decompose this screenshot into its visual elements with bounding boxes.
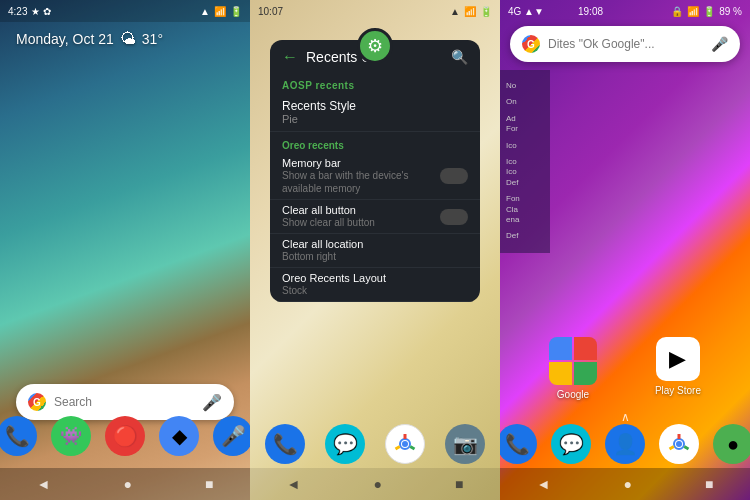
panel2-time: 10:07 <box>258 6 283 17</box>
recents-style-item[interactable]: Recents Style Pie <box>270 93 480 132</box>
panel1-time: 4:23 <box>8 6 27 17</box>
search-icon[interactable]: 🔍 <box>451 49 468 65</box>
g-yellow <box>549 362 572 385</box>
back-button2[interactable]: ◄ <box>287 476 301 492</box>
panel2-signal: ▲ <box>450 6 460 17</box>
svg-point-3 <box>676 441 682 447</box>
dock2-camera[interactable]: 📷 <box>445 424 485 464</box>
panel1-search-text: Search <box>54 395 194 409</box>
panel1-signal-icon: ▲ <box>200 6 210 17</box>
weather-icon: 🌤 <box>120 30 136 48</box>
recents-button3[interactable]: ■ <box>705 476 713 492</box>
panel1-notif-icons: ★ ✿ <box>31 6 51 17</box>
side-panel-no: No <box>504 78 546 94</box>
google-g-logo: G <box>522 35 540 53</box>
g-green <box>574 362 597 385</box>
panel1-status-right: ▲ 📶 🔋 <box>200 6 242 17</box>
google-cluster-icon <box>549 337 597 385</box>
panel3-dock: 📞 💬 👤 ● <box>500 424 750 464</box>
clear-all-toggle[interactable] <box>440 209 468 225</box>
panel3-battery-pct: 89 % <box>719 6 742 17</box>
gear-badge: ⚙ <box>357 28 393 64</box>
panel1-date: Monday, Oct 21 🌤 31° <box>16 30 163 48</box>
panel3-navbar: ◄ ● ■ <box>500 468 750 500</box>
recents-button2[interactable]: ■ <box>455 476 463 492</box>
dock3-dot[interactable]: ● <box>713 424 750 464</box>
side-panel-fon: FonClaena <box>504 191 546 228</box>
dock-phone[interactable]: 📞 <box>0 416 37 456</box>
dock-mic[interactable]: 🎤 <box>213 416 250 456</box>
home-button2[interactable]: ● <box>373 476 381 492</box>
panel1-wifi-icon: 📶 <box>214 6 226 17</box>
memory-bar-row[interactable]: Memory bar Show a bar with the device's … <box>270 153 480 200</box>
oreo-label: Oreo recents <box>270 132 480 153</box>
dock-contacts[interactable]: 👾 <box>51 416 91 456</box>
panel3-lock-icon: 🔒 <box>671 6 683 17</box>
side-panel-def: Def <box>504 228 546 244</box>
panel1-navbar: ◄ ● ■ <box>0 468 250 500</box>
g-red <box>574 337 597 360</box>
app-drawer-expand[interactable]: ∧ <box>621 410 630 424</box>
back-button[interactable]: ◄ <box>37 476 51 492</box>
panel1-dock: 📞 👾 🔴 ◆ 🎤 <box>0 408 250 464</box>
memory-bar-toggle[interactable] <box>440 168 468 184</box>
panel1-status-left: 4:23 ★ ✿ <box>8 6 51 17</box>
clear-all-desc: Show clear all button <box>282 216 440 229</box>
aosp-label: AOSP recents <box>270 74 480 93</box>
panel3-status-right: 🔒 📶 🔋 89 % <box>671 6 742 17</box>
panel2-statusbar: 10:07 ▲ 📶 🔋 <box>250 0 500 22</box>
recents-button[interactable]: ■ <box>205 476 213 492</box>
dock3-phone[interactable]: 📞 <box>500 424 537 464</box>
panel2-status-right: ▲ 📶 🔋 <box>450 6 492 17</box>
side-panel-on: On <box>504 94 546 110</box>
recents-action-icons: 🔍 <box>451 49 468 65</box>
recents-back[interactable]: ← <box>282 48 298 66</box>
google-label: Google <box>557 389 589 400</box>
oreo-layout-text: Oreo Recents Layout Stock <box>282 272 468 297</box>
panel-1: 4:23 ★ ✿ ▲ 📶 🔋 Monday, Oct 21 🌤 31° G Se… <box>0 0 250 500</box>
clear-all-label: Clear all button <box>282 204 440 216</box>
panel3-signal-icon: 📶 <box>687 6 699 17</box>
back-button3[interactable]: ◄ <box>537 476 551 492</box>
dock3-messages[interactable]: 💬 <box>551 424 591 464</box>
playstore-icon: ▶ <box>656 337 700 381</box>
panel3-network: 4G ▲▼ <box>508 6 544 17</box>
clear-location-row[interactable]: Clear all location Bottom right <box>270 234 480 268</box>
oreo-layout-desc: Stock <box>282 284 468 297</box>
dock2-phone[interactable]: 📞 <box>265 424 305 464</box>
panel3-app-grid: Google ▶ Play Store <box>500 337 750 400</box>
dock-red-app[interactable]: 🔴 <box>105 416 145 456</box>
side-panel-ico1: Ico <box>504 138 546 154</box>
recents-card: ← Recents UI 🔍 AOSP recents Recents Styl… <box>270 40 480 302</box>
svg-point-1 <box>402 441 408 447</box>
dock2-chrome[interactable] <box>385 424 425 464</box>
panel1-battery-icon: 🔋 <box>230 6 242 17</box>
panel2-battery: 🔋 <box>480 6 492 17</box>
panel3-mic-icon[interactable]: 🎤 <box>711 36 728 52</box>
panel3-status-left: 4G ▲▼ <box>508 6 544 17</box>
panel3-side-panel: No On AdFor Ico IcoIcoDef FonClaena Def <box>500 70 550 253</box>
clear-location-label: Clear all location <box>282 238 468 250</box>
dock3-person[interactable]: 👤 <box>605 424 645 464</box>
home-button[interactable]: ● <box>123 476 131 492</box>
home-button3[interactable]: ● <box>623 476 631 492</box>
clear-location-text: Clear all location Bottom right <box>282 238 468 263</box>
google-app[interactable]: Google <box>549 337 597 400</box>
dock2-messages[interactable]: 💬 <box>325 424 365 464</box>
dock3-chrome[interactable] <box>659 424 699 464</box>
panel3-search-bar[interactable]: G Dites "Ok Google"... 🎤 <box>510 26 740 62</box>
memory-bar-desc: Show a bar with the device's available m… <box>282 169 440 195</box>
panel2-navbar: ◄ ● ■ <box>250 468 500 500</box>
side-panel-ico2: IcoIcoDef <box>504 154 546 191</box>
panel2-dock: 📞 💬 📷 <box>250 424 500 464</box>
playstore-label: Play Store <box>655 385 701 396</box>
oreo-layout-row[interactable]: Oreo Recents Layout Stock <box>270 268 480 302</box>
clear-all-row[interactable]: Clear all button Show clear all button <box>270 200 480 234</box>
panel3-search-text: Dites "Ok Google"... <box>548 37 703 51</box>
memory-bar-text: Memory bar Show a bar with the device's … <box>282 157 440 195</box>
panel3-battery-icon: 🔋 <box>703 6 715 17</box>
dock-blue-app[interactable]: ◆ <box>159 416 199 456</box>
panel1-temp: 31° <box>142 31 163 47</box>
playstore-app[interactable]: ▶ Play Store <box>655 337 701 400</box>
style-label: Recents Style <box>282 99 468 113</box>
